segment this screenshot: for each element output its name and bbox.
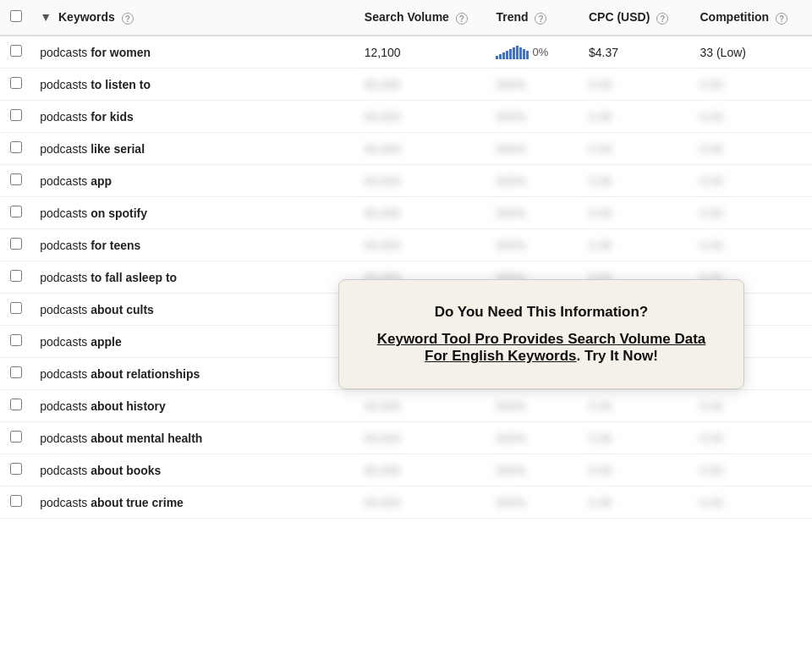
search-volume-help-icon[interactable]: ? — [456, 13, 468, 25]
search-volume-cell: 00,000 — [356, 454, 488, 487]
search-volume-cell: 00,000 — [356, 197, 488, 229]
select-all-checkbox[interactable] — [10, 10, 22, 22]
keyword-prefix: podcasts — [40, 464, 91, 477]
search-volume-header-label: Search Volume — [365, 10, 449, 24]
competition-cell: 0.00 — [692, 69, 813, 101]
header-keywords: ▼ Keywords ? — [31, 0, 356, 36]
keyword-prefix: podcasts — [40, 110, 91, 124]
keyword-prefix: podcasts — [40, 367, 91, 381]
keyword-cell: podcasts for kids — [31, 101, 356, 133]
keyword-suffix: on spotify — [91, 206, 147, 220]
table-row: podcasts about true crime00,000000%0.000… — [0, 487, 812, 519]
trend-cell: 000% — [487, 69, 580, 101]
row-checkbox-cell — [0, 197, 31, 229]
table-row: podcasts for teens00,000000%0.000.00 — [0, 229, 812, 261]
search-volume-cell: 00,000 — [356, 390, 488, 422]
competition-cell: 0.00 — [692, 229, 813, 261]
row-checkbox[interactable] — [10, 399, 22, 410]
keyword-prefix: podcasts — [40, 303, 91, 316]
search-volume-cell: 00,000 — [356, 487, 488, 519]
row-checkbox[interactable] — [10, 463, 22, 475]
trend-cell: 000% — [487, 197, 580, 229]
row-checkbox[interactable] — [10, 431, 22, 443]
row-checkbox-cell — [0, 487, 31, 519]
cpc-cell: 0.00 — [580, 422, 692, 454]
row-checkbox[interactable] — [10, 302, 22, 314]
competition-header-label: Competition — [700, 10, 770, 24]
keyword-prefix: podcasts — [40, 78, 91, 91]
table-row: podcasts about history00,000000%0.000.00 — [0, 390, 812, 422]
row-checkbox-cell — [0, 133, 31, 165]
row-checkbox[interactable] — [10, 109, 22, 121]
row-checkbox[interactable] — [10, 206, 22, 217]
trend-cell: 000% — [487, 229, 580, 261]
keyword-prefix: podcasts — [40, 174, 91, 188]
keyword-cell: podcasts apple — [31, 326, 356, 358]
popup-title: Do You Need This Information? — [366, 304, 716, 321]
trend-cell: 000% — [487, 454, 580, 487]
row-checkbox-cell — [0, 390, 31, 422]
cpc-cell: 0.00 — [580, 229, 692, 261]
table-row: podcasts like serial00,000000%0.000.00 — [0, 133, 812, 165]
search-volume-cell: 00,000 — [356, 165, 488, 197]
row-checkbox-cell — [0, 69, 31, 101]
search-volume-cell: 00,000 — [356, 133, 488, 165]
table-row: podcasts for women12,1000%$4.3733 (Low) — [0, 36, 812, 69]
competition-cell: 0.00 — [692, 422, 813, 454]
row-checkbox[interactable] — [10, 238, 22, 250]
trend-cell: 0% — [487, 36, 580, 69]
row-checkbox-cell — [0, 165, 31, 197]
row-checkbox[interactable] — [10, 45, 22, 57]
keyword-prefix: podcasts — [40, 399, 91, 413]
keyword-prefix: podcasts — [40, 46, 91, 59]
keyword-cell: podcasts about relationships — [31, 358, 356, 390]
keyword-prefix: podcasts — [40, 142, 91, 156]
row-checkbox-cell — [0, 261, 31, 294]
row-checkbox-cell — [0, 454, 31, 487]
row-checkbox[interactable] — [10, 77, 22, 89]
trend-value: 0% — [532, 46, 548, 58]
cpc-cell: 0.00 — [580, 454, 692, 487]
keywords-header-label: Keywords — [58, 10, 115, 24]
cpc-help-icon[interactable]: ? — [656, 13, 668, 25]
table-row: podcasts to listen to00,000000%0.000.00 — [0, 69, 812, 101]
trend-cell: 000% — [487, 422, 580, 454]
cpc-cell: 0.00 — [580, 390, 692, 422]
competition-cell: 0.00 — [692, 133, 813, 165]
row-checkbox[interactable] — [10, 141, 22, 153]
keyword-suffix: about mental health — [91, 432, 202, 445]
row-checkbox[interactable] — [10, 334, 22, 346]
keyword-suffix: app — [91, 174, 112, 188]
competition-cell: 0.00 — [692, 165, 813, 197]
keyword-suffix: like serial — [91, 142, 145, 156]
trend-bars — [496, 46, 529, 59]
keyword-prefix: podcasts — [40, 206, 91, 220]
competition-cell: 0.00 — [692, 454, 813, 487]
search-volume-cell: 00,000 — [356, 422, 488, 454]
table-row: podcasts about books00,000000%0.000.00 — [0, 454, 812, 487]
row-checkbox-cell — [0, 101, 31, 133]
keyword-suffix: about true crime — [91, 496, 184, 509]
row-checkbox[interactable] — [10, 495, 22, 507]
cpc-cell: 0.00 — [580, 69, 692, 101]
keyword-suffix: about cults — [91, 303, 154, 316]
trend-header-label: Trend — [496, 10, 528, 24]
trend-help-icon[interactable]: ? — [535, 13, 546, 25]
header-checkbox-cell — [0, 0, 31, 36]
keyword-prefix: podcasts — [40, 271, 91, 284]
competition-help-icon[interactable]: ? — [776, 13, 787, 25]
sort-icon[interactable]: ▼ — [40, 10, 52, 24]
row-checkbox-cell — [0, 294, 31, 326]
table-header-row: ▼ Keywords ? Search Volume ? Trend ? CPC… — [0, 0, 812, 36]
row-checkbox[interactable] — [10, 173, 22, 185]
row-checkbox[interactable] — [10, 270, 22, 282]
trend-cell: 000% — [487, 487, 580, 519]
row-checkbox[interactable] — [10, 366, 22, 378]
cpc-header-label: CPC (USD) — [589, 10, 650, 24]
keywords-help-icon[interactable]: ? — [122, 13, 134, 25]
keyword-cell: podcasts app — [31, 165, 356, 197]
keyword-cell: podcasts about history — [31, 390, 356, 422]
keyword-suffix: for kids — [91, 110, 134, 124]
trend-cell: 000% — [487, 133, 580, 165]
table-row: podcasts app00,000000%0.000.00 — [0, 165, 812, 197]
